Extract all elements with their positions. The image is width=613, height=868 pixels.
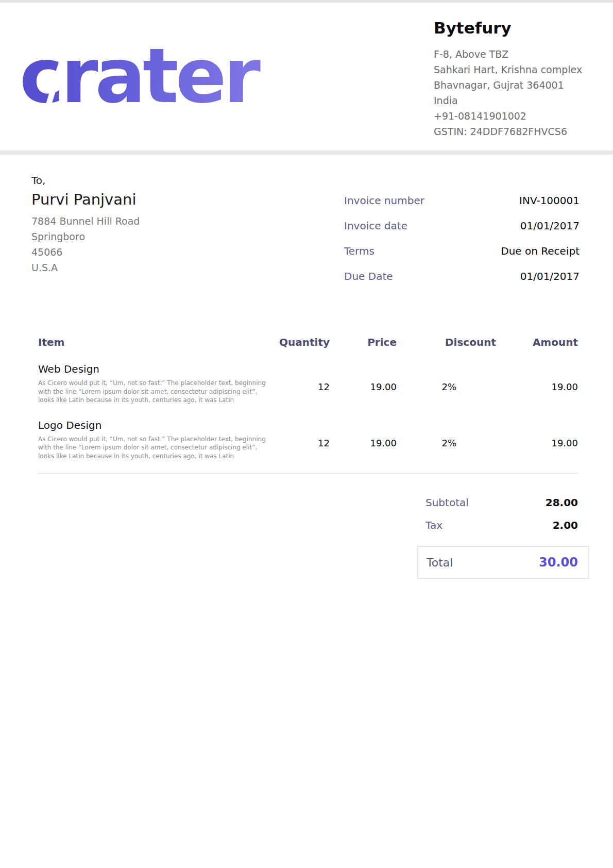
table-row: Web Design As Cicero would put it, “Um, …: [38, 363, 578, 405]
item-quantity: 12: [273, 363, 330, 405]
due-date-label: Due Date: [344, 270, 393, 282]
crater-logo: crater: [20, 38, 287, 115]
bill-to-block: To, Purvi Panjvani 7884 Bunnel Hill Road…: [31, 174, 253, 275]
company-address-line: F-8, Above TBZ: [434, 46, 604, 62]
terms-value: Due on Receipt: [501, 245, 580, 257]
tax-label: Tax: [425, 519, 442, 531]
due-date-value: 01/01/2017: [520, 270, 580, 282]
items-table: Item Quantity Price Discount Amount Web …: [38, 336, 578, 474]
terms-label: Terms: [344, 245, 374, 257]
invoice-number-label: Invoice number: [344, 194, 424, 207]
column-header-discount: Discount: [397, 336, 496, 348]
item-discount: 2%: [397, 363, 496, 405]
item-description: As Cicero would put it, “Um, not so fast…: [38, 435, 273, 461]
column-header-amount: Amount: [496, 336, 578, 348]
invoice-number-row: Invoice number INV-100001: [344, 188, 580, 213]
due-date-row: Due Date 01/01/2017: [344, 263, 580, 289]
tax-value: 2.00: [553, 519, 578, 531]
column-header-item: Item: [38, 336, 273, 348]
item-quantity: 12: [273, 419, 330, 461]
item-discount: 2%: [397, 419, 496, 461]
item-amount: 19.00: [496, 363, 578, 405]
company-phone: +91-08141901002: [434, 108, 604, 124]
company-info-block: Bytefury F-8, Above TBZ Sahkari Hart, Kr…: [434, 19, 604, 139]
item-name: Web Design: [38, 363, 273, 375]
terms-row: Terms Due on Receipt: [344, 238, 580, 263]
total-value: 30.00: [539, 555, 578, 570]
company-address-line: Sahkari Hart, Krishna complex: [434, 62, 604, 77]
items-bottom-divider: [38, 473, 578, 474]
subtotal-row: Subtotal 28.00: [417, 495, 589, 510]
item-cell: Logo Design As Cicero would put it, “Um,…: [38, 419, 273, 461]
client-address-line: 45066: [31, 244, 253, 260]
client-address-line: Springboro: [31, 229, 253, 244]
client-address-line: U.S.A: [31, 260, 253, 275]
item-name: Logo Design: [38, 419, 273, 431]
items-table-header: Item Quantity Price Discount Amount: [38, 336, 578, 348]
column-header-price: Price: [330, 336, 397, 348]
invoice-date-row: Invoice date 01/01/2017: [344, 213, 580, 238]
client-address-line: 7884 Bunnel Hill Road: [31, 213, 253, 229]
item-price: 19.00: [330, 419, 397, 461]
client-name: Purvi Panjvani: [31, 191, 253, 208]
subtotal-label: Subtotal: [425, 496, 469, 509]
column-header-quantity: Quantity: [273, 336, 330, 348]
top-border-strip: [0, 0, 613, 3]
company-address-line: India: [434, 93, 604, 108]
header-divider: [0, 151, 613, 155]
invoice-meta-block: Invoice number INV-100001 Invoice date 0…: [344, 188, 580, 289]
total-box: Total 30.00: [417, 546, 589, 579]
invoice-date-value: 01/01/2017: [520, 220, 580, 232]
item-description: As Cicero would put it, “Um, not so fast…: [38, 379, 273, 405]
total-label: Total: [427, 556, 453, 569]
company-name: Bytefury: [434, 19, 604, 37]
table-row: Logo Design As Cicero would put it, “Um,…: [38, 419, 578, 461]
item-price: 19.00: [330, 363, 397, 405]
bill-to-label: To,: [31, 174, 253, 187]
subtotal-value: 28.00: [546, 496, 578, 509]
company-address-line: Bhavnagar, Gujrat 364001: [434, 77, 604, 93]
item-amount: 19.00: [496, 419, 578, 461]
item-cell: Web Design As Cicero would put it, “Um, …: [38, 363, 273, 405]
invoice-number-value: INV-100001: [519, 194, 580, 207]
invoice-page: crater Bytefury F-8, Above TBZ Sahkari H…: [0, 0, 613, 868]
company-gstin: GSTIN: 24DDF7682FHVCS6: [434, 124, 604, 139]
tax-row: Tax 2.00: [417, 518, 589, 532]
invoice-date-label: Invoice date: [344, 220, 407, 232]
